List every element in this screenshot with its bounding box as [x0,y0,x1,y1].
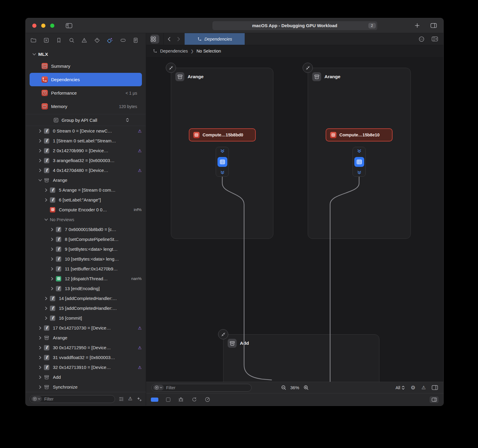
disclosure-right-icon[interactable] [38,168,42,173]
zoom-window-button[interactable] [50,24,54,28]
tab-dependencies[interactable]: Dependencies [185,33,245,45]
scope-dropdown[interactable]: All [396,385,405,390]
zoom-in-icon[interactable] [303,385,309,390]
display-mode-button[interactable] [151,398,158,402]
disclosure-right-icon[interactable] [38,375,42,379]
close-square-icon[interactable] [43,37,49,43]
tree-row[interactable]: Arange [26,333,146,343]
group-by-api-call-control[interactable]: Group by API Call [26,114,146,126]
add-editor-icon[interactable] [432,36,438,41]
sidebar-item-performance[interactable]: Performance < 1 µs [30,86,142,100]
tag-icon[interactable] [94,37,100,43]
zoom-out-icon[interactable] [281,385,286,390]
disclosure-right-icon[interactable] [38,385,42,389]
collapse-group-icon[interactable] [303,63,313,73]
performance-gauge-icon[interactable] [205,397,210,402]
toggle-sidebar-icon[interactable] [66,23,72,28]
disclosure-right-icon[interactable] [44,198,48,202]
resource-connector[interactable] [353,147,366,177]
split-editor-icon[interactable] [430,23,437,28]
disclosure-right-icon[interactable] [50,227,54,232]
sidebar-item-memory[interactable]: Memory 120 bytes [30,100,142,113]
minimize-window-button[interactable] [41,24,45,28]
disclosure-right-icon[interactable] [38,158,42,163]
new-tab-icon[interactable] [415,23,420,28]
disclosure-right-icon[interactable] [50,237,54,241]
tree-row[interactable]: f15 [addCompletedHandler:… [26,303,146,313]
tree-row[interactable]: Add [26,372,146,382]
tree-row[interactable]: f17 0x142710730 = [Device…⚠ [26,323,146,333]
collapse-group-icon[interactable] [218,329,228,339]
breadcrumb-section[interactable]: Dependencies [160,49,188,53]
tree-row[interactable]: f0 Stream 0 = [Device newC…⚠ [26,126,146,136]
disclosure-right-icon[interactable] [50,257,54,261]
disclosure-right-icon[interactable] [38,365,42,370]
disclosure-right-icon[interactable] [44,296,48,301]
warning-icon[interactable] [81,37,87,43]
search-icon[interactable] [69,37,75,43]
graph-filter-input[interactable]: Filter [151,384,252,392]
refresh-icon[interactable] [191,397,197,402]
buffer-grid-icon[interactable] [217,157,227,167]
disclosure-right-icon[interactable] [50,267,54,271]
tree-row[interactable]: f9 [setBytes:<data> lengt… [26,244,146,254]
dependency-graph-canvas[interactable]: Arange Arange Add [146,57,443,382]
show-warnings-icon[interactable]: ⚠ [128,396,132,402]
forward-icon[interactable] [174,37,183,41]
buffer-grid-icon[interactable] [354,157,364,167]
disclosure-right-icon[interactable] [44,188,48,192]
flatten-hierarchy-icon[interactable] [119,396,124,402]
tree-row[interactable]: f1 [Stream 0 setLabel:"Stream… [26,136,146,146]
tree-row[interactable]: 12 [dispatchThread…nan% [26,274,146,284]
tree-row[interactable]: f8 [setComputePipelineSt… [26,234,146,244]
tree-row[interactable]: f10 [setBytes:<data> leng… [26,254,146,264]
tree-root-mlx[interactable]: MLX [26,49,146,59]
tree-row[interactable]: f11 [setBuffer:0x14270b9… [26,264,146,274]
warnings-icon[interactable]: ⚠ [422,385,426,390]
disclosure-right-icon[interactable] [38,336,42,340]
bug-icon[interactable] [178,397,184,402]
tree-row[interactable]: Compute Encoder 0 0…inf% [26,205,146,215]
bookmark-icon[interactable] [56,37,62,43]
toggle-right-panel-icon[interactable] [432,385,438,390]
tree-row[interactable]: f30 0x142712950 = [Device…⚠ [26,343,146,352]
disclosure-down-icon[interactable] [38,178,42,182]
tree-row[interactable]: f16 [commit] [26,313,146,323]
tree-row[interactable]: f4 0x14270d480 = [Device…⚠ [26,165,146,175]
tree-row[interactable]: f6 [setLabel:"Arange"] [26,195,146,205]
disclosure-right-icon[interactable] [44,316,48,320]
more-options-icon[interactable] [419,36,425,42]
disclosure-right-icon[interactable] [38,139,42,143]
folder-icon[interactable] [30,37,36,43]
disclosure-right-icon[interactable] [38,129,42,133]
report-icon[interactable] [133,37,139,43]
disclosure-right-icon[interactable] [38,355,42,360]
disclosure-right-icon[interactable] [50,247,54,251]
disclosure-right-icon[interactable] [44,306,48,310]
filter-menu[interactable] [31,396,42,402]
settings-gear-icon[interactable]: ⚙ [411,385,416,390]
close-window-button[interactable] [32,24,36,28]
disclosure-right-icon[interactable] [38,346,42,350]
tree-row[interactable]: f7 0x6000015b8bd0 = [c… [26,224,146,234]
compute-encoder-node[interactable]: Compute…15b8bd0 [189,128,256,141]
sidebar-item-dependencies[interactable]: Dependencies [30,73,142,86]
tree-row[interactable]: f31 vvaddfloat32 = [0x600003… [26,352,146,362]
runtime-issues-icon[interactable] [137,396,142,402]
disclosure-right-icon[interactable] [38,149,42,153]
compute-encoder-node[interactable]: Compute…15b8e10 [326,128,393,141]
sidebar-item-summary[interactable]: Summary [30,59,142,73]
toggle-bottom-panel-button[interactable] [430,396,439,403]
gpu-frame-icon[interactable] [107,37,113,44]
disclosure-right-icon[interactable] [50,287,54,291]
disclosure-down-icon[interactable] [32,52,36,56]
filter-menu[interactable] [153,385,164,390]
capsule-icon[interactable] [120,37,126,43]
tree-row[interactable]: No Previews [26,215,146,224]
resource-connector[interactable] [216,147,229,177]
disclosure-down-icon[interactable] [44,218,48,222]
collapse-group-icon[interactable] [166,63,176,73]
disclosure-right-icon[interactable] [38,326,42,330]
back-icon[interactable] [164,37,174,41]
tree-row[interactable]: f14 [addCompletedHandler:… [26,293,146,303]
